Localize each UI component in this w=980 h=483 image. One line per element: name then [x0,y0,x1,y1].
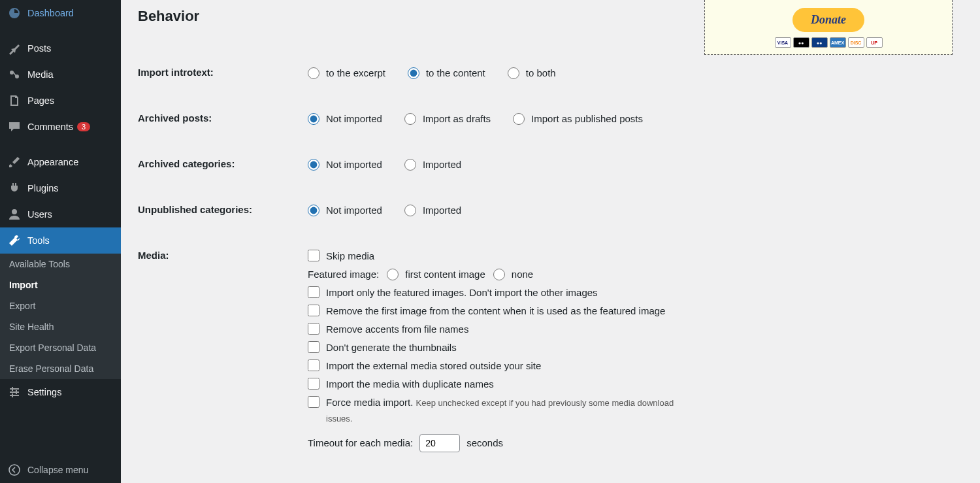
card-amex: AMEX [830,37,846,48]
label-seconds: seconds [466,435,503,451]
submenu-available-tools[interactable]: Available Tools [0,254,121,275]
row-import-introtext: Import introtext: to the excerpt to the … [138,65,963,81]
collapse-icon [8,463,21,476]
menu-label: Pages [27,95,54,106]
check-external[interactable]: Import the external media stored outside… [308,358,700,374]
radio-archposts-not[interactable]: Not imported [308,111,382,127]
radio-introtext-excerpt[interactable]: to the excerpt [308,65,385,81]
menu-label: Comments [27,122,73,132]
menu-users[interactable]: Users [0,201,121,227]
card-upay: UP [866,37,883,48]
label-media: Media: [138,248,308,261]
submenu-import[interactable]: Import [0,275,121,295]
collapse-menu[interactable]: Collapse menu [0,457,121,483]
main-content: Donate VISA ●● ●● AMEX DISC UP Behavior … [121,0,980,483]
card-visa: VISA [775,37,791,48]
radio-archposts-drafts[interactable]: Import as drafts [404,111,491,127]
label-timeout: Timeout for each media: [308,435,413,451]
menu-label: Appearance [27,157,78,167]
media-icon [8,68,21,81]
check-remove-first[interactable]: Remove the first image from the content … [308,303,700,319]
svg-rect-5 [10,395,19,396]
donate-box: Donate VISA ●● ●● AMEX DISC UP [704,0,953,55]
check-remove-accents[interactable]: Remove accents from file names [308,322,700,337]
menu-label: Users [27,209,52,220]
featured-image-group: Featured image: first content image none [308,267,700,282]
row-media: Media: Skip media Featured image: first … [138,248,963,452]
menu-label: Settings [27,387,61,397]
submenu-export-personal[interactable]: Export Personal Data [0,337,121,358]
label-archived-posts: Archived posts: [138,111,308,124]
svg-point-9 [9,465,20,475]
label-import-introtext: Import introtext: [138,65,308,78]
input-timeout[interactable] [419,434,460,452]
check-duplicate[interactable]: Import the media with duplicate names [308,376,700,392]
svg-rect-4 [10,391,19,393]
tools-submenu: Available Tools Import Export Site Healt… [0,254,121,379]
svg-rect-3 [10,388,19,390]
radio-archposts-published[interactable]: Import as published posts [513,111,643,127]
svg-point-2 [12,209,17,214]
menu-label: Posts [27,43,51,54]
comments-badge: 3 [77,122,90,131]
svg-rect-6 [12,387,13,391]
timeout-row: Timeout for each media: seconds [308,434,700,452]
label-featured: Featured image: [308,267,379,282]
radio-featured-first[interactable]: first content image [387,267,485,282]
card-mc: ●● [793,37,809,48]
settings-icon [8,386,21,399]
menu-dashboard[interactable]: Dashboard [0,0,121,26]
menu-label: Media [27,69,54,80]
check-force[interactable]: Force media import. Keep unchecked excep… [308,395,700,426]
menu-plugins[interactable]: Plugins [0,175,121,201]
radio-featured-none[interactable]: none [493,267,533,282]
radio-introtext-content[interactable]: to the content [408,65,485,81]
menu-label: Dashboard [27,8,74,18]
submenu-site-health[interactable]: Site Health [0,316,121,337]
donate-button[interactable]: Donate [792,8,864,32]
plugin-icon [8,182,21,195]
menu-posts[interactable]: Posts [0,35,121,61]
row-archived-categories: Archived categories: Not imported Import… [138,157,963,173]
check-only-featured[interactable]: Import only the featured images. Don't i… [308,285,700,301]
page-icon [8,94,21,107]
radio-unpubcat-imported[interactable]: Imported [404,203,461,218]
radio-introtext-both[interactable]: to both [508,65,556,81]
check-skip-media[interactable]: Skip media [308,248,700,264]
check-no-thumbs[interactable]: Don't generate the thumbnails [308,340,700,356]
row-unpublished-categories: Unpublished categories: Not imported Imp… [138,203,963,218]
label-unpublished-categories: Unpublished categories: [138,203,308,215]
admin-sidebar: Dashboard Posts Media Pages Comments 3 A… [0,0,121,483]
svg-rect-7 [16,390,17,394]
submenu-export[interactable]: Export [0,295,121,316]
menu-tools[interactable]: Tools [0,227,121,254]
menu-comments[interactable]: Comments 3 [0,114,121,140]
pin-icon [8,42,21,55]
label-archived-categories: Archived categories: [138,157,308,169]
svg-rect-8 [12,393,13,397]
row-archived-posts: Archived posts: Not imported Import as d… [138,111,963,127]
menu-appearance[interactable]: Appearance [0,149,121,175]
collapse-label: Collapse menu [27,465,88,475]
menu-label: Tools [27,235,50,246]
card-disc: DISC [848,37,864,48]
dashboard-icon [8,7,21,20]
menu-pages[interactable]: Pages [0,88,121,114]
payment-cards: VISA ●● ●● AMEX DISC UP [705,37,952,48]
radio-archcat-imported[interactable]: Imported [404,157,461,173]
radio-archcat-not[interactable]: Not imported [308,157,382,173]
menu-media[interactable]: Media [0,61,121,88]
radio-unpubcat-not[interactable]: Not imported [308,203,382,218]
submenu-erase-personal[interactable]: Erase Personal Data [0,358,121,379]
menu-label: Plugins [27,183,59,193]
brush-icon [8,156,21,169]
card-mc2: ●● [811,37,828,48]
user-icon [8,208,21,221]
comment-icon [8,120,21,133]
menu-settings[interactable]: Settings [0,379,121,405]
wrench-icon [8,234,21,247]
